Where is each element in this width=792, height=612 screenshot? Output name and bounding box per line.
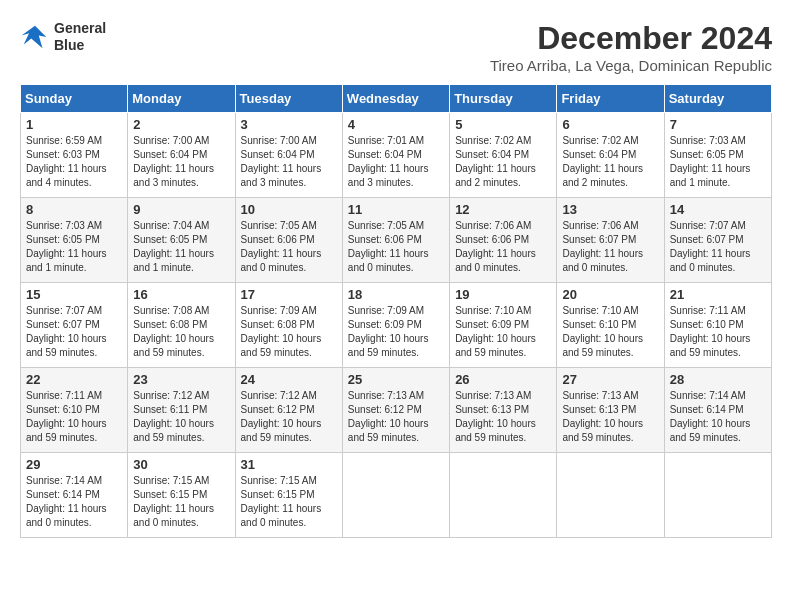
calendar-day-23: 23 Sunrise: 7:12 AMSunset: 6:11 PMDaylig… <box>128 368 235 453</box>
calendar-day-29: 29 Sunrise: 7:14 AMSunset: 6:14 PMDaylig… <box>21 453 128 538</box>
weekday-header-thursday: Thursday <box>450 85 557 113</box>
day-info: Sunrise: 7:11 AMSunset: 6:10 PMDaylight:… <box>26 390 107 443</box>
calendar-day-15: 15 Sunrise: 7:07 AMSunset: 6:07 PMDaylig… <box>21 283 128 368</box>
day-info: Sunrise: 7:13 AMSunset: 6:13 PMDaylight:… <box>562 390 643 443</box>
calendar-day-28: 28 Sunrise: 7:14 AMSunset: 6:14 PMDaylig… <box>664 368 771 453</box>
calendar-day-30: 30 Sunrise: 7:15 AMSunset: 6:15 PMDaylig… <box>128 453 235 538</box>
logo: General Blue <box>20 20 106 54</box>
day-number: 1 <box>26 117 122 132</box>
calendar-day-27: 27 Sunrise: 7:13 AMSunset: 6:13 PMDaylig… <box>557 368 664 453</box>
day-info: Sunrise: 7:13 AMSunset: 6:12 PMDaylight:… <box>348 390 429 443</box>
calendar-day-18: 18 Sunrise: 7:09 AMSunset: 6:09 PMDaylig… <box>342 283 449 368</box>
day-number: 24 <box>241 372 337 387</box>
calendar-week-4: 22 Sunrise: 7:11 AMSunset: 6:10 PMDaylig… <box>21 368 772 453</box>
calendar-day-12: 12 Sunrise: 7:06 AMSunset: 6:06 PMDaylig… <box>450 198 557 283</box>
day-number: 30 <box>133 457 229 472</box>
day-info: Sunrise: 7:06 AMSunset: 6:06 PMDaylight:… <box>455 220 536 273</box>
weekday-header-sunday: Sunday <box>21 85 128 113</box>
day-info: Sunrise: 7:14 AMSunset: 6:14 PMDaylight:… <box>26 475 107 528</box>
day-info: Sunrise: 7:07 AMSunset: 6:07 PMDaylight:… <box>670 220 751 273</box>
calendar-day-17: 17 Sunrise: 7:09 AMSunset: 6:08 PMDaylig… <box>235 283 342 368</box>
day-number: 8 <box>26 202 122 217</box>
day-number: 26 <box>455 372 551 387</box>
logo-line1: General <box>54 20 106 36</box>
calendar-week-2: 8 Sunrise: 7:03 AMSunset: 6:05 PMDayligh… <box>21 198 772 283</box>
day-info: Sunrise: 7:08 AMSunset: 6:08 PMDaylight:… <box>133 305 214 358</box>
weekday-header-row: SundayMondayTuesdayWednesdayThursdayFrid… <box>21 85 772 113</box>
day-number: 17 <box>241 287 337 302</box>
calendar-day-14: 14 Sunrise: 7:07 AMSunset: 6:07 PMDaylig… <box>664 198 771 283</box>
calendar-table: SundayMondayTuesdayWednesdayThursdayFrid… <box>20 84 772 538</box>
weekday-header-wednesday: Wednesday <box>342 85 449 113</box>
day-number: 29 <box>26 457 122 472</box>
day-info: Sunrise: 7:05 AMSunset: 6:06 PMDaylight:… <box>241 220 322 273</box>
day-number: 25 <box>348 372 444 387</box>
logo-icon <box>20 22 50 52</box>
calendar-day-26: 26 Sunrise: 7:13 AMSunset: 6:13 PMDaylig… <box>450 368 557 453</box>
day-info: Sunrise: 7:01 AMSunset: 6:04 PMDaylight:… <box>348 135 429 188</box>
calendar-week-1: 1 Sunrise: 6:59 AMSunset: 6:03 PMDayligh… <box>21 113 772 198</box>
day-number: 16 <box>133 287 229 302</box>
day-info: Sunrise: 7:02 AMSunset: 6:04 PMDaylight:… <box>455 135 536 188</box>
day-info: Sunrise: 7:09 AMSunset: 6:08 PMDaylight:… <box>241 305 322 358</box>
day-info: Sunrise: 7:04 AMSunset: 6:05 PMDaylight:… <box>133 220 214 273</box>
empty-cell <box>664 453 771 538</box>
calendar-day-11: 11 Sunrise: 7:05 AMSunset: 6:06 PMDaylig… <box>342 198 449 283</box>
calendar-day-2: 2 Sunrise: 7:00 AMSunset: 6:04 PMDayligh… <box>128 113 235 198</box>
day-number: 4 <box>348 117 444 132</box>
calendar-week-3: 15 Sunrise: 7:07 AMSunset: 6:07 PMDaylig… <box>21 283 772 368</box>
day-info: Sunrise: 7:12 AMSunset: 6:12 PMDaylight:… <box>241 390 322 443</box>
weekday-header-saturday: Saturday <box>664 85 771 113</box>
day-number: 22 <box>26 372 122 387</box>
day-info: Sunrise: 7:06 AMSunset: 6:07 PMDaylight:… <box>562 220 643 273</box>
day-info: Sunrise: 7:00 AMSunset: 6:04 PMDaylight:… <box>241 135 322 188</box>
weekday-header-tuesday: Tuesday <box>235 85 342 113</box>
calendar-day-10: 10 Sunrise: 7:05 AMSunset: 6:06 PMDaylig… <box>235 198 342 283</box>
day-number: 10 <box>241 202 337 217</box>
day-number: 5 <box>455 117 551 132</box>
day-number: 19 <box>455 287 551 302</box>
title-block: December 2024 Tireo Arriba, La Vega, Dom… <box>490 20 772 74</box>
calendar-day-21: 21 Sunrise: 7:11 AMSunset: 6:10 PMDaylig… <box>664 283 771 368</box>
calendar-day-22: 22 Sunrise: 7:11 AMSunset: 6:10 PMDaylig… <box>21 368 128 453</box>
day-number: 12 <box>455 202 551 217</box>
calendar-day-5: 5 Sunrise: 7:02 AMSunset: 6:04 PMDayligh… <box>450 113 557 198</box>
day-info: Sunrise: 7:15 AMSunset: 6:15 PMDaylight:… <box>133 475 214 528</box>
day-number: 2 <box>133 117 229 132</box>
day-number: 7 <box>670 117 766 132</box>
day-info: Sunrise: 7:09 AMSunset: 6:09 PMDaylight:… <box>348 305 429 358</box>
day-number: 27 <box>562 372 658 387</box>
day-info: Sunrise: 7:13 AMSunset: 6:13 PMDaylight:… <box>455 390 536 443</box>
day-info: Sunrise: 7:14 AMSunset: 6:14 PMDaylight:… <box>670 390 751 443</box>
day-number: 6 <box>562 117 658 132</box>
day-number: 13 <box>562 202 658 217</box>
day-number: 18 <box>348 287 444 302</box>
month-title: December 2024 <box>490 20 772 57</box>
logo-text: General Blue <box>54 20 106 54</box>
day-number: 20 <box>562 287 658 302</box>
day-number: 23 <box>133 372 229 387</box>
day-number: 15 <box>26 287 122 302</box>
location-title: Tireo Arriba, La Vega, Dominican Republi… <box>490 57 772 74</box>
day-info: Sunrise: 7:10 AMSunset: 6:10 PMDaylight:… <box>562 305 643 358</box>
calendar-day-7: 7 Sunrise: 7:03 AMSunset: 6:05 PMDayligh… <box>664 113 771 198</box>
calendar-day-4: 4 Sunrise: 7:01 AMSunset: 6:04 PMDayligh… <box>342 113 449 198</box>
calendar-day-9: 9 Sunrise: 7:04 AMSunset: 6:05 PMDayligh… <box>128 198 235 283</box>
calendar-week-5: 29 Sunrise: 7:14 AMSunset: 6:14 PMDaylig… <box>21 453 772 538</box>
day-info: Sunrise: 7:07 AMSunset: 6:07 PMDaylight:… <box>26 305 107 358</box>
logo-line2: Blue <box>54 37 84 53</box>
day-info: Sunrise: 7:00 AMSunset: 6:04 PMDaylight:… <box>133 135 214 188</box>
day-info: Sunrise: 7:15 AMSunset: 6:15 PMDaylight:… <box>241 475 322 528</box>
weekday-header-monday: Monday <box>128 85 235 113</box>
page-header: General Blue December 2024 Tireo Arriba,… <box>20 20 772 74</box>
calendar-day-3: 3 Sunrise: 7:00 AMSunset: 6:04 PMDayligh… <box>235 113 342 198</box>
day-number: 21 <box>670 287 766 302</box>
day-info: Sunrise: 6:59 AMSunset: 6:03 PMDaylight:… <box>26 135 107 188</box>
empty-cell <box>342 453 449 538</box>
weekday-header-friday: Friday <box>557 85 664 113</box>
calendar-day-31: 31 Sunrise: 7:15 AMSunset: 6:15 PMDaylig… <box>235 453 342 538</box>
day-info: Sunrise: 7:02 AMSunset: 6:04 PMDaylight:… <box>562 135 643 188</box>
calendar-day-6: 6 Sunrise: 7:02 AMSunset: 6:04 PMDayligh… <box>557 113 664 198</box>
calendar-day-1: 1 Sunrise: 6:59 AMSunset: 6:03 PMDayligh… <box>21 113 128 198</box>
calendar-day-24: 24 Sunrise: 7:12 AMSunset: 6:12 PMDaylig… <box>235 368 342 453</box>
